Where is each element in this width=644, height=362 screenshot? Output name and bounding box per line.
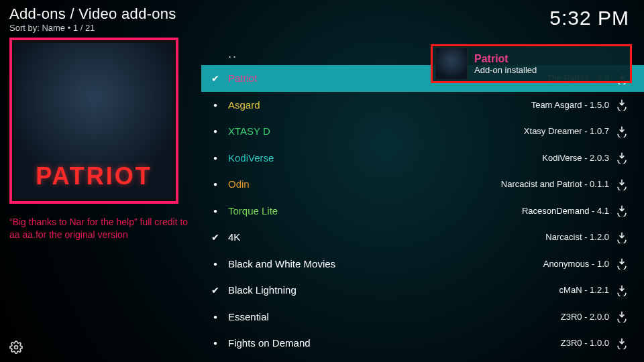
bullet-icon: ● xyxy=(208,180,223,188)
sort-label: Sort by: xyxy=(9,23,40,33)
addon-name: Odin xyxy=(228,178,250,190)
poster-title: PATRIOT xyxy=(36,162,152,190)
addons-list[interactable]: .. ✔PatriotThe Patriot - 3.9●AsgardTeam … xyxy=(201,47,644,357)
addon-meta: Z3R0 - 2.0.0 xyxy=(561,312,609,322)
addon-name: Torque Lite xyxy=(228,205,278,217)
sort-info: Sort by: Name • 1 / 21 xyxy=(9,23,176,33)
addon-poster: PATRIOT xyxy=(9,38,178,204)
addon-meta: Team Asgard - 1.5.0 xyxy=(531,100,609,110)
addon-meta: Narcacist - 1.2.0 xyxy=(545,232,609,242)
list-item[interactable]: ✔4KNarcacist - 1.2.0 xyxy=(201,224,644,251)
download-icon xyxy=(616,231,628,243)
list-position: 1 / 21 xyxy=(73,23,95,33)
bullet-icon: ● xyxy=(208,127,223,135)
notification-thumbnail xyxy=(435,48,468,80)
notification-title: Patriot xyxy=(474,53,537,65)
addon-name: Asgard xyxy=(228,99,260,111)
sort-separator: • xyxy=(68,23,73,33)
addon-name: Black and White Movies xyxy=(228,258,335,269)
notification-toast: Patriot Add-on installed xyxy=(431,44,632,83)
check-icon: ✔ xyxy=(208,232,223,243)
list-item[interactable]: ●KodiVerseKodiVerse - 2.0.3 xyxy=(201,145,644,172)
addon-meta: Anonymous - 1.0 xyxy=(543,259,609,269)
bullet-icon: ● xyxy=(208,260,223,267)
list-item[interactable]: ✔Black LightningcMaN - 1.2.1 xyxy=(201,277,644,304)
settings-icon[interactable] xyxy=(9,341,23,357)
clock: 5:32 PM xyxy=(549,7,629,29)
list-item[interactable]: ●Torque LiteRacesonDemand - 4.1 xyxy=(201,198,644,225)
svg-point-0 xyxy=(15,346,18,349)
download-icon xyxy=(616,284,628,296)
addon-meta: Z3R0 - 1.0.0 xyxy=(561,338,609,348)
bullet-icon: ● xyxy=(208,207,223,215)
list-item[interactable]: ●OdinNarcacist and Patriot - 0.1.1 xyxy=(201,171,644,198)
addon-meta: Xtasy Dreamer - 1.0.7 xyxy=(524,126,609,136)
download-icon xyxy=(616,310,628,322)
download-icon xyxy=(616,337,628,349)
addon-name: KodiVerse xyxy=(228,152,274,164)
addon-name: XTASY D xyxy=(228,125,270,137)
download-icon xyxy=(616,178,628,190)
check-icon: ✔ xyxy=(208,285,223,296)
download-icon xyxy=(616,257,628,269)
notification-subtitle: Add-on installed xyxy=(474,65,537,75)
check-icon: ✔ xyxy=(208,73,223,84)
list-item[interactable]: ●AsgardTeam Asgard - 1.5.0 xyxy=(201,92,644,119)
bullet-icon: ● xyxy=(208,154,223,162)
addon-name: Black Lightning xyxy=(228,284,297,296)
sort-value[interactable]: Name xyxy=(42,23,65,33)
addon-name: 4K xyxy=(228,231,240,243)
list-item[interactable]: ●Black and White MoviesAnonymous - 1.0 xyxy=(201,251,644,278)
download-icon xyxy=(616,204,628,217)
addon-meta: RacesonDemand - 4.1 xyxy=(522,206,609,216)
bullet-icon: ● xyxy=(208,313,223,320)
bullet-icon: ● xyxy=(208,339,223,347)
bullet-icon: ● xyxy=(208,101,223,109)
list-item[interactable]: ●XTASY DXtasy Dreamer - 1.0.7 xyxy=(201,118,644,145)
list-item[interactable]: ●EssentialZ3R0 - 2.0.0 xyxy=(201,304,644,330)
list-item[interactable]: ●Fights on DemandZ3R0 - 1.0.0 xyxy=(201,330,644,357)
addon-name: Fights on Demand xyxy=(228,337,311,349)
download-icon xyxy=(616,152,628,164)
addon-description: “Big thanks to Nar for the help” full cr… xyxy=(9,216,191,241)
breadcrumb: Add-ons / Video add-ons xyxy=(9,5,176,23)
header: Add-ons / Video add-ons Sort by: Name • … xyxy=(9,5,176,33)
download-icon xyxy=(616,99,628,111)
download-icon xyxy=(616,125,628,137)
addon-meta: KodiVerse - 2.0.3 xyxy=(542,153,609,163)
addon-name: Essential xyxy=(228,311,269,322)
sidebar: PATRIOT “Big thanks to Nar for the help”… xyxy=(9,38,192,241)
addon-meta: cMaN - 1.2.1 xyxy=(559,285,609,295)
addon-meta: Narcacist and Patriot - 0.1.1 xyxy=(501,179,609,189)
addon-name: Patriot xyxy=(228,72,257,84)
